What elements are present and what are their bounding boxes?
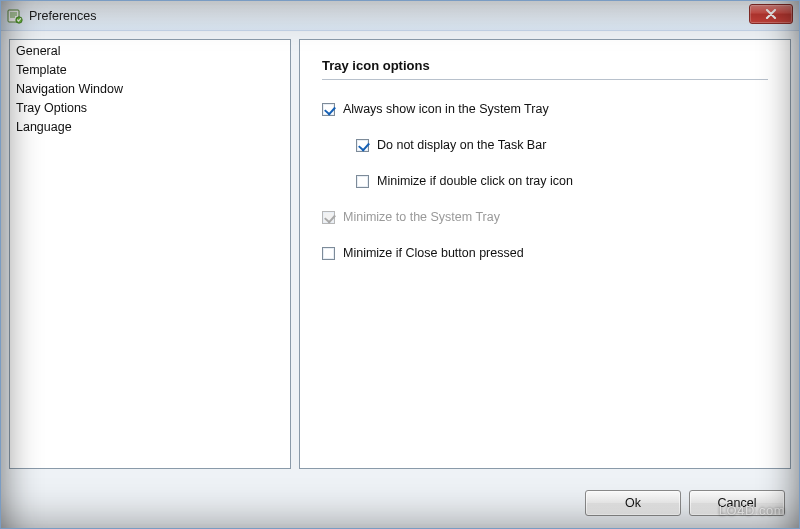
category-list[interactable]: General Template Navigation Window Tray … <box>9 39 291 469</box>
titlebar[interactable]: Preferences <box>1 1 799 31</box>
client-area: General Template Navigation Window Tray … <box>1 31 799 528</box>
option-min-dblclick[interactable]: Minimize if double click on tray icon <box>356 174 768 188</box>
dialog-buttons: Ok Cancel <box>585 490 785 516</box>
checkbox-min-to-tray <box>322 211 335 224</box>
option-no-taskbar[interactable]: Do not display on the Task Bar <box>356 138 768 152</box>
checkbox-min-on-close[interactable] <box>322 247 335 260</box>
option-min-on-close[interactable]: Minimize if Close button pressed <box>322 246 768 260</box>
ok-button[interactable]: Ok <box>585 490 681 516</box>
list-item[interactable]: General <box>14 42 286 61</box>
list-item[interactable]: Language <box>14 118 286 137</box>
option-label: Do not display on the Task Bar <box>377 138 546 152</box>
preferences-window: Preferences General Template Navigation … <box>0 0 800 529</box>
list-item[interactable]: Tray Options <box>14 99 286 118</box>
option-label: Minimize to the System Tray <box>343 210 500 224</box>
app-icon <box>7 8 23 24</box>
divider <box>322 79 768 80</box>
section-title: Tray icon options <box>322 58 768 77</box>
close-button[interactable] <box>749 4 793 24</box>
checkbox-min-dblclick[interactable] <box>356 175 369 188</box>
panels: General Template Navigation Window Tray … <box>9 39 791 469</box>
list-item[interactable]: Template <box>14 61 286 80</box>
option-min-to-tray: Minimize to the System Tray <box>322 210 768 224</box>
close-icon <box>765 9 777 19</box>
cancel-button[interactable]: Cancel <box>689 490 785 516</box>
option-always-show[interactable]: Always show icon in the System Tray <box>322 102 768 116</box>
options-panel: Tray icon options Always show icon in th… <box>299 39 791 469</box>
list-item[interactable]: Navigation Window <box>14 80 286 99</box>
checkbox-no-taskbar[interactable] <box>356 139 369 152</box>
window-title: Preferences <box>29 9 96 23</box>
option-label: Minimize if double click on tray icon <box>377 174 573 188</box>
option-label: Minimize if Close button pressed <box>343 246 524 260</box>
option-label: Always show icon in the System Tray <box>343 102 549 116</box>
checkbox-always-show[interactable] <box>322 103 335 116</box>
